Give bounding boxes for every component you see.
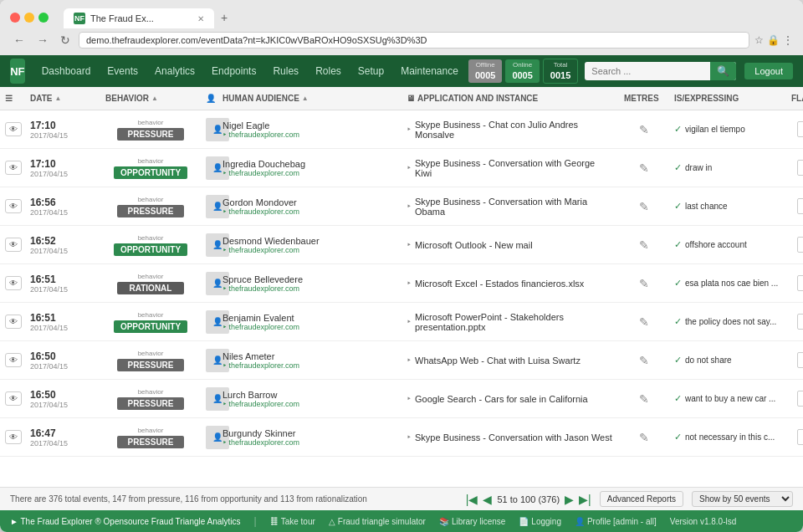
footer-take-tour[interactable]: 🛤 Take tour	[270, 517, 315, 526]
footer-library[interactable]: 📚 Library license	[439, 517, 505, 526]
nav-setup[interactable]: Setup	[350, 55, 392, 87]
metrics-button[interactable]: ✎	[639, 123, 649, 136]
show-events-select[interactable]: Show by 50 events Show by 100 events	[692, 491, 793, 507]
flag-button[interactable]: ⚑	[797, 391, 803, 407]
flag-button[interactable]: ⚑	[797, 429, 803, 445]
address-bar-container: ← → ↻ demo.thefraudexplorer.com/eventDat…	[0, 28, 803, 55]
extension-icon[interactable]: 🔒	[767, 34, 780, 46]
total-badge[interactable]: Total 0015	[543, 59, 578, 84]
audience-sort-icon: ▲	[302, 95, 309, 102]
last-page-button[interactable]: ▶|	[579, 493, 591, 506]
flag-button[interactable]: ⚑	[797, 237, 803, 253]
metrics-button[interactable]: ✎	[639, 200, 649, 213]
metrics-button[interactable]: ✎	[639, 431, 649, 444]
app-logo: NF	[10, 59, 25, 84]
row-behavior-cell: behavior PRESSURE	[100, 424, 201, 451]
eye-button[interactable]: 👁	[5, 391, 22, 406]
expressing-text: vigilan el tiempo	[685, 125, 745, 134]
check-icon: ✓	[674, 393, 682, 404]
metrics-button[interactable]: ✎	[639, 392, 649, 406]
flag-button[interactable]: ⚑	[797, 198, 803, 214]
user-domain: ‣ thefraudexplorer.com	[222, 284, 396, 293]
table-row: 👁 16:47 2017/04/15 behavior PRESSURE 👤 B…	[0, 418, 803, 457]
bookmark-icon[interactable]: ☆	[754, 34, 764, 46]
row-app-cell: ‣ Microsoft Excel - Estados financieros.…	[402, 276, 619, 291]
advanced-reports-button[interactable]: Advanced Reports	[600, 491, 683, 507]
logout-button[interactable]: Logout	[744, 63, 793, 79]
metrics-button[interactable]: ✎	[639, 354, 649, 367]
nav-endpoints[interactable]: Endpoints	[203, 55, 264, 87]
eye-button[interactable]: 👁	[5, 238, 22, 252]
eye-button[interactable]: 👁	[5, 315, 22, 329]
status-text: There are 376 total events, 147 from pre…	[10, 494, 458, 504]
footer-profile[interactable]: 👤 Profile [admin - all]	[575, 517, 657, 526]
eye-button[interactable]: 👁	[5, 430, 22, 444]
footer-brand: ► The Fraud Explorer ® Opensource Fraud …	[10, 517, 241, 526]
col-flag[interactable]: FLAG ▲	[786, 90, 803, 106]
close-button[interactable]	[10, 13, 20, 23]
prev-page-button[interactable]: ◀	[483, 493, 492, 506]
events-table-container: ☰ DATE ▲ BEHAVIOR ▲ 👤 HUMAN AUDIENCE ▲	[0, 87, 803, 487]
first-page-button[interactable]: |◀	[466, 493, 478, 506]
flag-button[interactable]: ⚑	[797, 160, 803, 176]
col-date[interactable]: DATE ▲	[25, 90, 100, 106]
flag-button[interactable]: ⚑	[797, 121, 803, 137]
table-row: 👁 16:50 2017/04/15 behavior PRESSURE 👤 L…	[0, 380, 803, 418]
nav-maintenance[interactable]: Maintenance	[392, 55, 467, 87]
active-tab[interactable]: NF The Fraud Ex... ✕	[64, 8, 214, 28]
row-eye-cell: 👁	[0, 389, 25, 408]
app-arrow-icon: ‣	[407, 125, 412, 134]
new-tab-button[interactable]: +	[214, 7, 234, 28]
col-behavior-label: BEHAVIOR	[105, 94, 149, 103]
next-page-button[interactable]: ▶	[565, 493, 574, 506]
user-domain: ‣ thefraudexplorer.com	[222, 361, 396, 370]
app-container: NF Dashboard Events Analytics Endpoints …	[0, 55, 803, 532]
nav-roles[interactable]: Roles	[307, 55, 350, 87]
forward-button[interactable]: →	[33, 32, 52, 49]
more-icon[interactable]: ⋮	[783, 34, 793, 46]
footer-logging[interactable]: 📄 Logging	[519, 517, 561, 526]
nav-rules[interactable]: Rules	[264, 55, 307, 87]
row-date-cell: 16:51 2017/04/15	[25, 271, 100, 296]
metrics-button[interactable]: ✎	[639, 277, 649, 290]
eye-button[interactable]: 👁	[5, 122, 22, 136]
metrics-button[interactable]: ✎	[639, 315, 649, 329]
flag-button[interactable]: ⚑	[797, 314, 803, 330]
col-behavior[interactable]: BEHAVIOR ▲	[100, 90, 201, 106]
expressing-text: draw in	[685, 163, 712, 172]
online-badge[interactable]: Online 0005	[505, 59, 539, 84]
row-behavior-cell: behavior PRESSURE	[100, 116, 201, 143]
maximize-button[interactable]	[38, 13, 49, 23]
flag-button[interactable]: ⚑	[797, 275, 803, 291]
minimize-button[interactable]	[24, 13, 34, 23]
row-user-cell: Ingredia Douchebag ‣ thefraudexplorer.co…	[217, 156, 402, 180]
reload-button[interactable]: ↻	[57, 32, 74, 49]
search-input[interactable]	[585, 63, 710, 79]
row-metrics-cell: ✎	[619, 197, 669, 216]
user-domain: ‣ thefraudexplorer.com	[222, 323, 396, 331]
eye-button[interactable]: 👁	[5, 276, 22, 290]
back-button[interactable]: ←	[10, 32, 28, 49]
eye-button[interactable]: 👁	[5, 161, 22, 175]
nav-analytics[interactable]: Analytics	[146, 55, 203, 87]
user-domain: ‣ thefraudexplorer.com	[222, 438, 396, 447]
metrics-button[interactable]: ✎	[639, 161, 649, 175]
nav-dashboard[interactable]: Dashboard	[33, 55, 100, 87]
row-eye-cell: 👁	[0, 197, 25, 216]
col-expressing: IS/EXPRESSING	[669, 90, 786, 106]
flag-button[interactable]: ⚑	[797, 352, 803, 368]
col-human-audience-label: HUMAN AUDIENCE	[222, 94, 299, 103]
tab-close-button[interactable]: ✕	[197, 14, 204, 23]
metrics-button[interactable]: ✎	[639, 238, 649, 252]
footer-simulator[interactable]: △ Fraud triangle simulator	[329, 517, 426, 526]
behavior-sort-icon: ▲	[151, 95, 158, 102]
row-user-cell: Spruce Bellevedere ‣ thefraudexplorer.co…	[217, 272, 402, 295]
address-input[interactable]: demo.thefraudexplorer.com/eventData?nt=k…	[79, 32, 749, 49]
eye-button[interactable]: 👁	[5, 199, 22, 213]
row-user-icon-cell: 👤	[201, 192, 217, 221]
search-button[interactable]: 🔍	[710, 62, 736, 80]
eye-button[interactable]: 👁	[5, 353, 22, 367]
nav-events[interactable]: Events	[99, 55, 146, 87]
offline-badge[interactable]: Offline 0005	[468, 59, 502, 84]
user-name: Spruce Bellevedere	[222, 274, 396, 284]
